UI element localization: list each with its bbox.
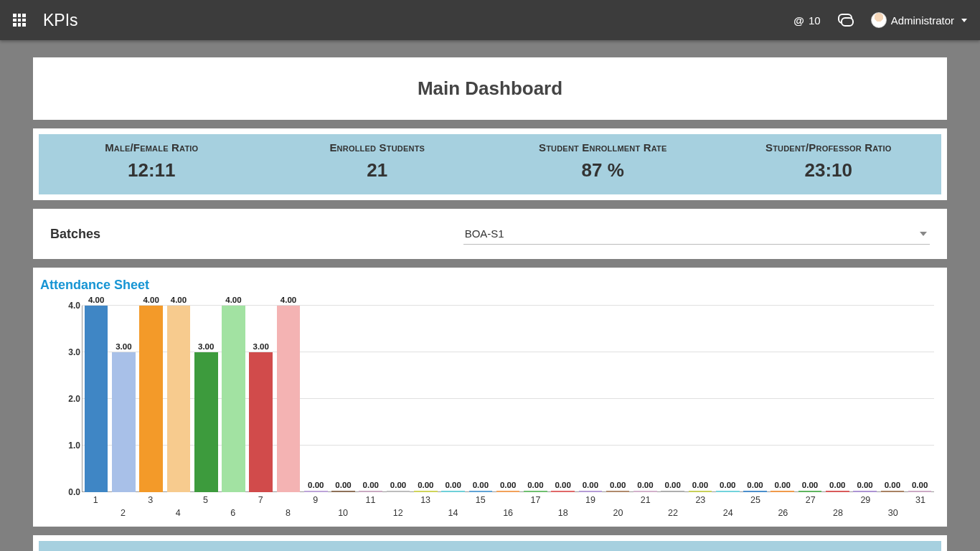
- bar: [167, 306, 191, 492]
- mentions-indicator[interactable]: @ 10: [793, 14, 820, 27]
- at-icon: @: [793, 14, 804, 27]
- bar: [222, 306, 245, 492]
- attendance-chart: 0.01.02.03.04.0 4.003.004.004.003.004.00…: [82, 306, 934, 492]
- discuss-button[interactable]: [838, 14, 854, 27]
- bar-slot: 0.00: [358, 481, 384, 492]
- kpi-label: Today's Attendance Ratio: [44, 548, 259, 551]
- bar-slot: 4.00: [83, 296, 109, 492]
- x-tick: 29: [852, 492, 879, 521]
- mentions-count: 10: [809, 14, 821, 27]
- kpi-enrolled-students: Enrolled Students 21: [265, 134, 491, 194]
- apps-grid-icon[interactable]: [13, 14, 26, 27]
- bar-slot: 0.00: [632, 481, 658, 492]
- bar-value-label: 0.00: [665, 481, 681, 489]
- kpi-total-assignments: Total Assignments 2: [490, 541, 716, 551]
- x-tick: 27: [797, 492, 824, 521]
- bar-slot: 0.00: [605, 481, 631, 492]
- kpi-value: 21: [270, 159, 485, 182]
- bar-value-label: 0.00: [527, 481, 543, 489]
- kpi-bottom-stripe: Today's Attendance Ratio 0:0 Today's Lec…: [39, 541, 941, 551]
- x-tick: 16: [494, 492, 522, 521]
- bar-slot: 0.00: [495, 481, 521, 492]
- avatar: [871, 12, 887, 28]
- x-tick: 23: [687, 492, 714, 521]
- x-tick: 11: [357, 492, 384, 521]
- bar-slot: 0.00: [742, 481, 768, 492]
- batches-panel: Batches BOA-S1: [33, 209, 947, 259]
- bar: [277, 306, 301, 492]
- bar-value-label: 0.00: [500, 481, 516, 489]
- bar-slot: 0.00: [715, 481, 740, 492]
- x-tick: 21: [632, 492, 659, 521]
- bar-slot: 0.00: [303, 481, 329, 492]
- bar-value-label: 0.00: [583, 481, 598, 489]
- y-tick: 2.0: [68, 394, 80, 404]
- main-scroll-area[interactable]: Main Dashboard Male/Female Ratio 12:11 E…: [0, 40, 980, 551]
- bar: [85, 306, 108, 492]
- x-tick: 1: [82, 492, 109, 521]
- x-tick: 13: [412, 492, 439, 521]
- bar-value-label: 0.00: [445, 481, 461, 489]
- bar-value-label: 4.00: [281, 296, 296, 304]
- page-title-panel: Main Dashboard: [33, 57, 947, 120]
- bar-value-label: 0.00: [857, 481, 872, 489]
- bar-value-label: 0.00: [473, 481, 489, 489]
- kpi-value: 87 %: [496, 159, 710, 182]
- x-tick: 5: [192, 492, 219, 521]
- batches-label: Batches: [50, 227, 446, 242]
- bar-slot: 0.00: [440, 481, 466, 492]
- x-tick: 2: [109, 492, 136, 521]
- bar-value-label: 4.00: [88, 296, 104, 304]
- kpi-top-panel: Male/Female Ratio 12:11 Enrolled Student…: [33, 128, 947, 200]
- bar-slot: 0.00: [660, 481, 686, 492]
- bar-value-label: 0.00: [885, 481, 900, 489]
- bar-slot: 0.00: [550, 481, 576, 492]
- bar-slot: 4.00: [166, 296, 192, 492]
- bar-value-label: 0.00: [363, 481, 379, 489]
- x-tick: 19: [577, 492, 604, 521]
- y-tick: 4.0: [68, 301, 80, 311]
- bar-value-label: 0.00: [390, 481, 406, 489]
- kpi-label: Enrolled Students: [270, 141, 485, 159]
- bar-value-label: 0.00: [418, 481, 433, 489]
- page-title: Main Dashboard: [39, 63, 941, 114]
- bar-value-label: 4.00: [171, 296, 187, 304]
- x-tick: 10: [329, 492, 357, 521]
- y-tick: 0.0: [68, 487, 80, 497]
- bar-value-label: 0.00: [747, 481, 763, 489]
- bar-slot: 0.00: [824, 481, 850, 492]
- bar-slot: 0.00: [330, 481, 356, 492]
- bar: [139, 306, 163, 492]
- bar-value-label: 0.00: [912, 481, 928, 489]
- batches-selected-value: BOA-S1: [465, 227, 504, 240]
- x-tick: 25: [742, 492, 769, 521]
- bar-slot: 0.00: [797, 481, 823, 492]
- x-tick: 8: [274, 492, 301, 521]
- bar-slot: 3.00: [193, 342, 219, 492]
- bar-slot: 0.00: [522, 481, 548, 492]
- bar-slot: 0.00: [880, 481, 905, 492]
- bar-value-label: 0.00: [308, 481, 324, 489]
- kpi-label: Male/Female Ratio: [44, 141, 259, 159]
- chevron-down-icon: [961, 19, 967, 22]
- bar-slot: 0.00: [385, 481, 411, 492]
- x-tick: 31: [907, 492, 934, 521]
- chevron-down-icon: [920, 232, 927, 236]
- bar-slot: 4.00: [220, 296, 246, 492]
- bar-value-label: 0.00: [637, 481, 653, 489]
- x-tick: 3: [137, 492, 164, 521]
- kpi-total-students: Total Students 5: [716, 541, 942, 551]
- y-tick: 3.0: [68, 347, 80, 357]
- kpi-value: 12:11: [44, 159, 259, 182]
- bar-value-label: 3.00: [198, 342, 214, 351]
- bar: [112, 352, 136, 492]
- x-tick: 15: [467, 492, 494, 521]
- user-menu[interactable]: Administrator: [871, 12, 967, 28]
- bar-slot: 3.00: [248, 342, 274, 492]
- bar-value-label: 3.00: [116, 342, 131, 351]
- batches-select[interactable]: BOA-S1: [463, 223, 930, 245]
- x-tick: 17: [522, 492, 549, 521]
- bar-slot: 4.00: [275, 296, 301, 492]
- kpi-enrollment-rate: Student Enrollment Rate 87 %: [490, 134, 716, 194]
- bar-slot: 0.00: [578, 481, 603, 492]
